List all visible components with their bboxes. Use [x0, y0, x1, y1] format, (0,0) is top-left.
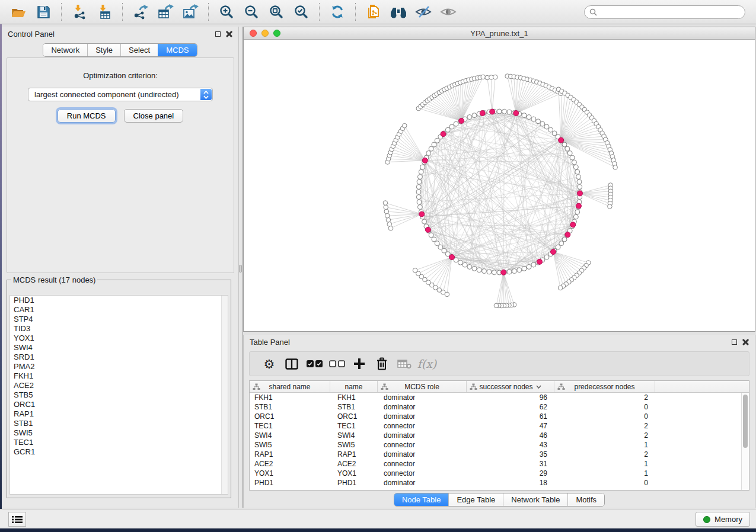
graph-node[interactable]: [548, 127, 553, 132]
graph-node[interactable]: [576, 175, 581, 180]
graph-node[interactable]: [573, 165, 578, 169]
graph-node[interactable]: [487, 270, 492, 274]
mcds-list-scrollbar[interactable]: [221, 296, 228, 494]
graph-hub-node[interactable]: [513, 110, 519, 116]
graph-hub-node[interactable]: [480, 110, 485, 116]
graph-hub-node[interactable]: [537, 259, 543, 264]
tab-edge-table[interactable]: Edge Table: [448, 493, 503, 506]
graph-node[interactable]: [575, 210, 580, 214]
column-header-name[interactable]: name: [330, 381, 378, 392]
mcds-result-item[interactable]: TEC1: [10, 438, 228, 447]
graph-node[interactable]: [417, 175, 422, 180]
graph-node[interactable]: [494, 303, 499, 308]
graph-node[interactable]: [386, 217, 391, 222]
save-icon[interactable]: [34, 2, 53, 21]
column-header-mcds-role[interactable]: MCDS role: [378, 381, 467, 392]
graph-node[interactable]: [558, 286, 563, 290]
table-row[interactable]: SWI4SWI4dominator462: [250, 431, 741, 440]
table-scrollbar[interactable]: [741, 393, 749, 490]
graph-node[interactable]: [420, 165, 425, 169]
mcds-result-item[interactable]: RAP1: [10, 409, 228, 419]
graph-node[interactable]: [435, 138, 439, 143]
table-settings-icon[interactable]: ⚙: [258, 355, 280, 373]
close-panel-icon[interactable]: [226, 31, 232, 37]
graph-node[interactable]: [442, 248, 446, 253]
mcds-result-item[interactable]: ORC1: [10, 400, 228, 409]
graph-node[interactable]: [462, 262, 467, 267]
column-header-successor-nodes[interactable]: successor nodes: [467, 381, 554, 392]
table-scrollbar-thumb[interactable]: [743, 395, 748, 448]
open-file-icon[interactable]: [9, 2, 28, 21]
graph-node[interactable]: [562, 237, 567, 242]
close-panel-button[interactable]: Close panel: [124, 109, 184, 123]
graph-node[interactable]: [544, 124, 549, 129]
zoom-out-icon[interactable]: [242, 2, 261, 21]
toggle-columns-icon[interactable]: [280, 355, 303, 373]
graph-node[interactable]: [540, 121, 545, 126]
graph-node[interactable]: [416, 195, 421, 200]
refresh-icon[interactable]: [328, 2, 347, 21]
tab-network-table[interactable]: Network Table: [503, 493, 567, 506]
graph-node[interactable]: [507, 270, 512, 274]
graph-node[interactable]: [384, 209, 389, 214]
table-row[interactable]: ACE2ACE2connector311: [250, 459, 741, 469]
graph-node[interactable]: [531, 262, 536, 267]
vertical-splitter[interactable]: [238, 27, 243, 508]
table-row[interactable]: STB1STB1dominator620: [250, 402, 741, 412]
table-row[interactable]: FKH1FKH1dominator962: [250, 393, 741, 402]
show-all-icon[interactable]: [439, 2, 458, 21]
graph-node[interactable]: [497, 109, 502, 114]
graph-hub-node[interactable]: [551, 249, 556, 255]
graph-node[interactable]: [467, 264, 472, 269]
graph-node[interactable]: [454, 121, 458, 126]
graph-node[interactable]: [383, 201, 388, 206]
graph-node[interactable]: [384, 205, 388, 210]
mcds-result-list[interactable]: PHD1CAR1STP4TID3YOX1SWI4SRD1PMA2FKH1ACE2…: [9, 295, 228, 495]
search-objects-icon[interactable]: [389, 2, 408, 21]
export-image-icon[interactable]: [181, 2, 200, 21]
mcds-result-item[interactable]: YOX1: [10, 334, 228, 343]
graph-node[interactable]: [417, 204, 422, 209]
import-table-icon[interactable]: [95, 2, 114, 21]
table-row[interactable]: TEC1TEC1connector472: [250, 421, 741, 431]
graph-node[interactable]: [472, 113, 477, 118]
graph-node[interactable]: [426, 150, 431, 155]
graph-node[interactable]: [449, 124, 454, 129]
graph-hub-node[interactable]: [449, 255, 455, 260]
select-all-icon[interactable]: [303, 355, 326, 373]
graph-node[interactable]: [493, 75, 497, 79]
column-header-predecessor-nodes[interactable]: predecessor nodes: [554, 381, 655, 392]
add-column-icon[interactable]: [348, 355, 371, 373]
hide-selected-icon[interactable]: [414, 2, 433, 21]
column-header-shared-name[interactable]: shared name: [250, 381, 330, 392]
graph-node[interactable]: [482, 269, 487, 274]
graph-node[interactable]: [572, 160, 576, 165]
close-table-panel-icon[interactable]: [742, 339, 749, 345]
graph-node[interactable]: [522, 113, 527, 118]
export-table-icon[interactable]: [156, 2, 175, 21]
tab-select[interactable]: Select: [120, 44, 158, 56]
tab-mcds[interactable]: MCDS: [158, 44, 196, 56]
mcds-result-item[interactable]: SWI5: [10, 428, 228, 438]
graph-hub-node[interactable]: [576, 203, 581, 209]
network-canvas[interactable]: [244, 40, 755, 331]
memory-button[interactable]: Memory: [696, 512, 750, 527]
graph-node[interactable]: [573, 214, 578, 219]
criterion-select[interactable]: largest connected component (undirected): [28, 88, 213, 101]
run-mcds-button[interactable]: Run MCDS: [58, 109, 116, 123]
tab-motifs[interactable]: Motifs: [567, 493, 604, 506]
graph-node[interactable]: [517, 268, 522, 273]
float-table-panel-icon[interactable]: [732, 339, 737, 345]
mcds-result-item[interactable]: PMA2: [10, 362, 228, 371]
tab-network[interactable]: Network: [43, 44, 87, 56]
graph-hub-node[interactable]: [577, 191, 582, 196]
search-input[interactable]: [600, 7, 740, 17]
mcds-result-item[interactable]: FKH1: [10, 371, 228, 381]
table-row[interactable]: SWI5SWI5connector431: [250, 440, 741, 450]
graph-node[interactable]: [417, 180, 422, 184]
graph-node[interactable]: [492, 270, 496, 275]
graph-node[interactable]: [531, 117, 536, 121]
splitter-grip[interactable]: [239, 265, 242, 273]
import-network-icon[interactable]: [70, 2, 89, 21]
graph-node[interactable]: [527, 264, 531, 269]
